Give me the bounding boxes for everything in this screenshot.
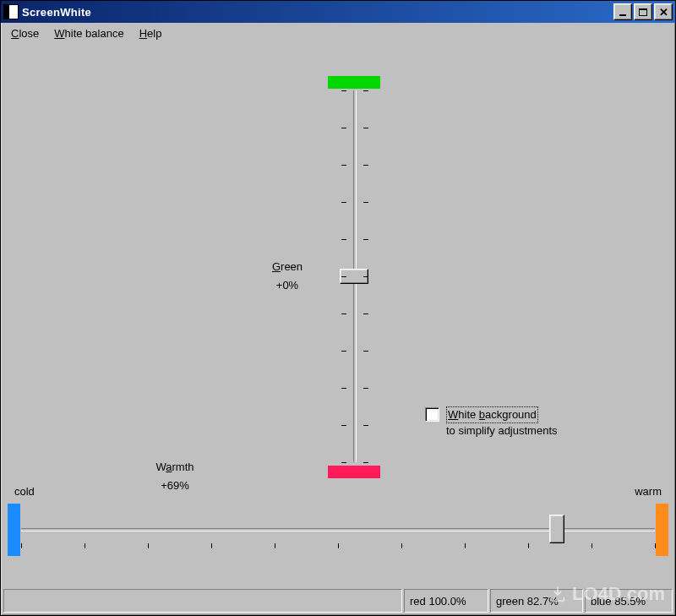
slider-tick: [363, 239, 368, 240]
slider-tick: [655, 543, 656, 548]
green-slider[interactable]: [345, 90, 365, 462]
cold-swatch: [8, 504, 20, 556]
slider-tick: [341, 351, 346, 352]
slider-tick: [338, 543, 339, 548]
maximize-button[interactable]: [634, 3, 652, 20]
minimize-button[interactable]: [613, 3, 632, 20]
minimize-icon: [619, 14, 626, 16]
slider-tick: [341, 165, 346, 166]
green-slider-label: Green: [249, 258, 325, 276]
client-area: Green +0% White background to simplify a…: [4, 45, 672, 585]
slider-tick: [363, 425, 368, 426]
menu-help[interactable]: Help: [139, 27, 162, 40]
window-title: ScreenWhite: [22, 6, 613, 19]
warmth-slider-thumb[interactable]: [549, 515, 564, 543]
slider-tick: [592, 543, 592, 548]
slider-tick: [341, 388, 346, 389]
slider-tick: [341, 425, 346, 426]
slider-tick: [211, 543, 212, 548]
white-background-label: White background to simplify adjustments: [446, 406, 558, 439]
warmth-slider-value: +69%: [124, 477, 226, 495]
magenta-swatch: [328, 466, 380, 478]
slider-tick: [363, 165, 368, 166]
warmth-slider-label: Warmth: [124, 458, 226, 477]
window-controls: ✕: [613, 3, 673, 20]
slider-tick: [148, 543, 149, 548]
close-button[interactable]: ✕: [654, 3, 673, 20]
warm-label: warm: [635, 485, 662, 498]
app-window: ScreenWhite ✕ Close White balance Help G…: [0, 0, 676, 616]
slider-tick: [363, 462, 368, 463]
green-swatch: [328, 76, 380, 89]
slider-tick: [341, 276, 346, 277]
slider-tick: [363, 351, 368, 352]
white-background-checkbox[interactable]: [425, 407, 439, 422]
close-icon: ✕: [659, 6, 668, 19]
slider-tick: [341, 202, 346, 203]
slider-tick: [363, 90, 368, 91]
slider-tick: [341, 90, 346, 91]
slider-tick: [275, 543, 275, 548]
menubar: Close White balance Help: [1, 23, 675, 43]
status-pane-blue: blue 85.5%: [585, 589, 673, 613]
menu-white-balance[interactable]: White balance: [54, 27, 123, 40]
slider-tick: [21, 543, 22, 548]
white-background-option[interactable]: White background to simplify adjustments: [425, 406, 558, 439]
slider-tick: [401, 543, 402, 548]
statusbar: red 100.0% green 82.7% blue 85.5%: [3, 589, 673, 613]
slider-tick: [363, 128, 368, 128]
slider-tick: [363, 313, 368, 314]
green-slider-value: +0%: [249, 276, 325, 295]
warm-swatch: [656, 504, 668, 556]
status-pane-green: green 82.7%: [490, 589, 583, 613]
maximize-icon: [639, 8, 647, 16]
white-background-label-line2: to simplify adjustments: [446, 424, 558, 437]
slider-tick: [341, 462, 346, 463]
app-icon: [3, 4, 19, 19]
slider-tick: [465, 543, 466, 548]
cold-label: cold: [14, 485, 35, 498]
status-pane-empty: [3, 589, 402, 613]
slider-tick: [363, 202, 368, 203]
slider-tick: [341, 313, 346, 314]
warmth-slider[interactable]: [21, 520, 655, 540]
titlebar: ScreenWhite ✕: [1, 1, 675, 23]
slider-tick: [84, 543, 85, 548]
slider-tick: [363, 388, 368, 389]
slider-tick: [341, 128, 346, 128]
slider-tick: [528, 543, 529, 548]
menu-close[interactable]: Close: [11, 27, 39, 40]
warmth-label-block: Warmth +69%: [124, 458, 226, 495]
slider-tick: [363, 276, 368, 277]
slider-tick: [341, 239, 346, 240]
status-pane-red: red 100.0%: [404, 589, 488, 613]
green-slider-label-block: Green +0%: [249, 258, 325, 295]
